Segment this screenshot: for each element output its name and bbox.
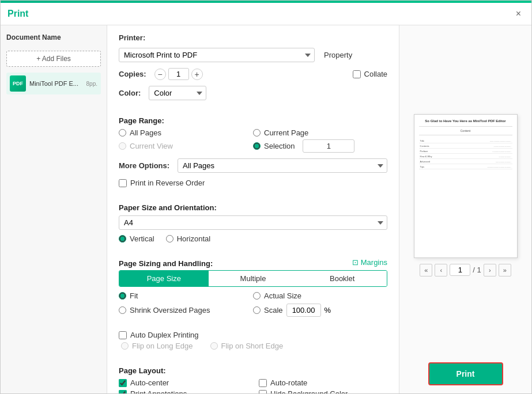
last-page-button[interactable]: » [499,264,511,276]
file-name: MiniTool PDF E... [29,80,83,87]
preview-area: So Glad to Have You Here as MiniTool PDF… [414,114,518,258]
vertical-label: Vertical [130,234,154,243]
margins-link[interactable]: ⊡ Margins [352,258,387,267]
property-link[interactable]: Property [324,51,352,59]
preview-area-wrapper: So Glad to Have You Here as MiniTool PDF… [414,33,518,357]
current-page-label: Current Page [264,128,308,137]
selection-label: Selection [264,142,295,150]
scale-radio[interactable] [253,306,261,314]
sidebar: Document Name + Add Files PDF MiniTool P… [1,25,107,393]
tab-multiple[interactable]: Multiple [209,271,298,286]
copies-ctrl: − + [154,68,203,80]
preview-row-5: Advanced........................ [419,160,512,164]
vertical-radio[interactable] [119,235,126,243]
all-pages-radio[interactable] [119,129,126,137]
reverse-order-row: Print in Reverse Order [119,179,387,187]
page-range-grid: All Pages Current Page Current View Sele… [119,128,387,153]
copies-decrement-button[interactable]: − [154,69,166,80]
title-bar: Print × [1,3,531,25]
current-view-row: Current View [119,139,253,153]
paper-size-select[interactable]: A4 Letter A3 [119,215,387,230]
shrink-label: Shrink Oversized Pages [130,306,210,315]
margins-icon: ⊡ [352,258,359,267]
reverse-order-checkbox[interactable] [119,179,127,187]
preview-panel: So Glad to Have You Here as MiniTool PDF… [399,25,531,393]
vertical-row: Vertical [119,234,154,243]
orientation-row: Vertical Horizontal [119,234,387,243]
auto-rotate-row: Auto-rotate [259,378,387,387]
preview-table: Title................................. C… [419,139,512,169]
sidebar-title: Document Name [6,33,101,41]
preview-row-6: Tips....................................… [419,165,512,169]
fit-label: Fit [130,291,138,300]
hide-background-checkbox[interactable] [259,390,267,394]
next-page-button[interactable]: › [484,264,496,276]
fit-row: Fit [119,291,253,300]
preview-nav: « ‹ / 1 › » [420,264,511,276]
scale-input[interactable] [286,304,321,317]
shrink-radio[interactable] [119,306,126,314]
horizontal-radio[interactable] [166,235,173,243]
more-options-row: More Options: All Pages Odd Pages Even P… [119,158,387,173]
copies-input[interactable] [168,68,189,80]
print-annotations-checkbox[interactable] [119,390,127,394]
page-total: / 1 [473,266,481,274]
auto-rotate-checkbox[interactable] [259,379,267,387]
printer-row: Printer: [119,33,387,42]
selection-input[interactable] [303,139,354,153]
file-pages: 8pp. [86,81,97,87]
auto-center-checkbox[interactable] [119,379,127,387]
current-page-radio[interactable] [253,129,261,137]
color-select[interactable]: Color Black & White [149,86,206,100]
layout-grid: Auto-center Auto-rotate Print Annotation… [119,378,387,393]
color-label: Color: [119,89,141,97]
preview-row-3: Preface............................. [419,149,512,154]
actual-size-radio[interactable] [253,292,261,300]
selection-radio[interactable] [253,142,261,150]
auto-duplex-checkbox[interactable] [119,331,127,339]
first-page-button[interactable]: « [420,264,432,276]
auto-duplex-row: Auto Duplex Printing [119,331,387,339]
current-view-radio[interactable] [119,142,126,150]
printer-select-row: Microsoft Print to PDF Property [119,48,387,62]
page-layout-label: Page Layout: [119,366,387,375]
preview-row-3-label: Preface [420,150,428,153]
preview-row-6-label: Tips [420,165,424,168]
actual-size-label: Actual Size [264,291,301,300]
add-files-button[interactable]: + Add Files [6,51,101,67]
print-annotations-row: Print Annotations [119,389,247,393]
reverse-order-label: Print in Reverse Order [130,179,205,187]
hide-background-row: Hide Background Color [259,389,387,393]
page-range-label: Page Range: [119,116,387,125]
printer-select[interactable]: Microsoft Print to PDF [119,48,315,62]
preview-row-4-label: How & Why [420,155,432,158]
tab-booklet[interactable]: Booklet [297,271,387,286]
tab-page-size[interactable]: Page Size [119,271,209,286]
preview-title: So Glad to Have You Here as MiniTool PDF… [419,119,512,123]
color-row: Color: Color Black & White [119,86,387,100]
page-number-input[interactable] [450,264,470,276]
page-layout-section: Page Layout: Auto-center Auto-rotate Pri… [119,364,387,393]
prev-page-button[interactable]: ‹ [435,264,447,276]
sizing-grid: Fit Actual Size Shrink Oversized Pages S… [119,291,387,317]
paper-size-section: Paper Size and Orientation: A4 Letter A3… [119,201,387,243]
main-panel: Printer: Microsoft Print to PDF Property… [107,25,399,393]
long-edge-label: Flip on Long Edge [132,342,193,350]
short-edge-radio[interactable] [210,342,218,350]
long-edge-row: Flip on Long Edge [121,342,193,350]
collate-label: Collate [364,70,387,78]
duplex-section: Auto Duplex Printing Flip on Long Edge F… [119,331,387,350]
horizontal-label: Horizontal [177,234,211,243]
long-edge-radio[interactable] [121,342,129,350]
scale-unit: % [325,306,331,315]
copies-increment-button[interactable]: + [191,69,203,80]
preview-row-2: Contents........................... [419,144,512,149]
collate-checkbox[interactable] [353,70,361,78]
shrink-row: Shrink Oversized Pages [119,306,253,315]
more-options-label: More Options: [119,161,169,170]
fit-radio[interactable] [119,292,126,300]
more-options-select[interactable]: All Pages Odd Pages Even Pages [178,158,387,173]
printer-label: Printer: [119,33,145,42]
close-button[interactable]: × [512,7,525,20]
print-button[interactable]: Print [428,362,503,385]
